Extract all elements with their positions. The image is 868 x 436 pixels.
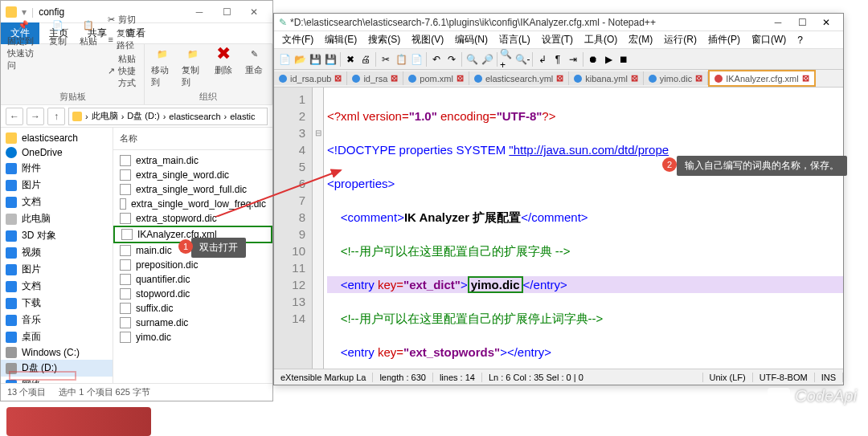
menu-item[interactable]: 编码(N) xyxy=(450,31,493,48)
indent-icon[interactable]: ⇥ xyxy=(566,52,580,67)
pasteshortcut-button[interactable]: ↗ 粘贴快捷方式 xyxy=(104,52,141,90)
tab-close-icon[interactable]: ⊠ xyxy=(695,73,702,84)
npp-close-button[interactable]: ✕ xyxy=(814,17,838,28)
status-lang: eXtensible Markup La xyxy=(274,373,373,382)
menu-item[interactable]: 编辑(E) xyxy=(320,31,362,48)
tab-close-icon[interactable]: ⊠ xyxy=(631,73,638,84)
file-icon xyxy=(121,229,133,240)
menu-item[interactable]: ? xyxy=(792,33,808,47)
tab-status-icon xyxy=(279,75,287,83)
file-item[interactable]: surname.dic xyxy=(113,316,272,330)
close-button[interactable]: ✕ xyxy=(240,2,268,22)
nav-back-button[interactable]: ← xyxy=(6,108,23,125)
stop-icon[interactable]: ⏹ xyxy=(616,52,631,67)
file-item[interactable]: stopword.dic xyxy=(113,287,272,301)
wrap-icon[interactable]: ↲ xyxy=(535,52,550,67)
menu-item[interactable]: 搜索(S) xyxy=(363,31,405,48)
annotation-circle-1: 1 xyxy=(178,239,193,254)
file-icon xyxy=(120,317,131,328)
tree-item[interactable]: 文档 xyxy=(1,194,113,210)
tab-close-icon[interactable]: ⊠ xyxy=(391,73,398,84)
tab-close-icon[interactable]: ⊠ xyxy=(556,73,563,84)
file-item[interactable]: yimo.dic xyxy=(113,330,272,344)
play-icon[interactable]: ▶ xyxy=(601,52,616,67)
paste-icon[interactable]: 📄 xyxy=(409,52,424,67)
editor-tab[interactable]: IKAnalyzer.cfg.xml⊠ xyxy=(708,70,815,87)
copy-icon[interactable]: 📋 xyxy=(394,52,408,67)
tab-status-icon xyxy=(574,75,582,83)
npp-maximize-button[interactable]: ☐ xyxy=(790,17,814,28)
tree-item[interactable]: 图片 xyxy=(1,177,113,194)
menu-item[interactable]: 语言(L) xyxy=(494,31,535,48)
delete-button[interactable]: ✖删除 xyxy=(209,42,238,90)
menu-item[interactable]: 窗口(W) xyxy=(747,31,791,48)
record-icon[interactable]: ⏺ xyxy=(586,52,600,67)
tree-item[interactable]: 附件 xyxy=(1,160,113,177)
nav-forward-button[interactable]: → xyxy=(27,108,44,125)
tree-item[interactable]: 下载 xyxy=(1,295,113,312)
cut-icon[interactable]: ✂ xyxy=(379,52,393,67)
file-item[interactable]: preposition.dic xyxy=(113,258,272,272)
file-item[interactable]: quantifier.dic xyxy=(113,272,272,287)
menu-item[interactable]: 运行(R) xyxy=(659,31,702,48)
maximize-button[interactable]: ☐ xyxy=(213,2,240,22)
tree-item[interactable]: 图片 xyxy=(1,261,113,278)
print-icon[interactable]: 🖨 xyxy=(358,52,373,67)
annotation-tooltip-1: 双击打开 xyxy=(191,238,246,258)
editor-tab[interactable]: kibana.yml⊠ xyxy=(569,71,644,85)
npp-titlebar[interactable]: ✎ *D:\elasticsearch\elasticsearch-7.6.1\… xyxy=(274,14,843,31)
pin-button[interactable]: 📌固定到快速访问 xyxy=(4,13,42,90)
nav-up-button[interactable]: ↑ xyxy=(47,108,65,125)
tree-item[interactable]: 视频 xyxy=(1,244,113,261)
undo-icon[interactable]: ↶ xyxy=(429,52,444,67)
menu-item[interactable]: 设置(T) xyxy=(537,31,578,48)
editor-tab[interactable]: pom.xml⊠ xyxy=(403,71,469,85)
paste-button[interactable]: 📋粘贴 xyxy=(74,13,103,90)
tab-close-icon[interactable]: ⊠ xyxy=(802,73,809,84)
save-icon[interactable]: 💾 xyxy=(308,52,322,67)
tree-item[interactable]: OneDrive xyxy=(1,145,113,160)
save-all-icon[interactable]: 💾 xyxy=(323,52,338,67)
find-icon[interactable]: 🔍 xyxy=(465,52,479,67)
tree-item[interactable]: 此电脑 xyxy=(1,210,113,227)
zoom-out-icon[interactable]: 🔍- xyxy=(515,52,530,67)
menu-item[interactable]: 宏(M) xyxy=(624,31,657,48)
code-area[interactable]: <?xml version="1.0" encoding="UTF-8"?> <… xyxy=(324,88,843,369)
cut-button[interactable]: ✂ 剪切 xyxy=(104,13,141,26)
tree-item[interactable]: 文档 xyxy=(1,278,113,295)
show-all-icon[interactable]: ¶ xyxy=(551,52,565,67)
tree-item[interactable]: 音乐 xyxy=(1,312,113,328)
copyto-button[interactable]: 📁复制到 xyxy=(178,42,207,90)
copy-button[interactable]: 📄复制 xyxy=(43,13,72,90)
close-tab-icon[interactable]: ✖ xyxy=(343,52,358,67)
tree-item[interactable]: 3D 对象 xyxy=(1,227,113,244)
moveto-button[interactable]: 📁移动到 xyxy=(148,42,177,90)
tab-close-icon[interactable]: ⊠ xyxy=(457,73,464,84)
tree-item[interactable]: elasticsearch xyxy=(1,131,113,145)
open-file-icon[interactable]: 📂 xyxy=(293,52,307,67)
new-file-icon[interactable]: 📄 xyxy=(277,52,292,67)
editor-tab[interactable]: elasticsearch.yml⊠ xyxy=(469,71,569,85)
tab-close-icon[interactable]: ⊠ xyxy=(334,73,342,84)
editor-tab[interactable]: id_rsa.pub⊠ xyxy=(274,71,347,85)
editor-tab[interactable]: yimo.dic⊠ xyxy=(644,71,708,85)
menu-item[interactable]: 插件(P) xyxy=(703,31,745,48)
menu-item[interactable]: 工具(O) xyxy=(579,31,622,48)
redo-icon[interactable]: ↷ xyxy=(444,52,459,67)
editor-tab[interactable]: id_rsa⊠ xyxy=(347,71,403,85)
explorer-tree[interactable]: elasticsearchOneDrive附件图片文档此电脑3D 对象视频图片文… xyxy=(1,128,113,383)
rename-button[interactable]: ✎重命 xyxy=(240,42,268,90)
copypath-button[interactable]: ≡ 复制路径 xyxy=(104,26,141,52)
npp-title: *D:\elasticsearch\elasticsearch-7.6.1\pl… xyxy=(290,17,656,28)
menu-item[interactable]: 文件(F) xyxy=(277,31,318,48)
tree-item[interactable]: 桌面 xyxy=(1,328,113,345)
file-item[interactable]: suffix.dic xyxy=(113,301,272,316)
tree-item[interactable]: Windows (C:) xyxy=(1,345,113,360)
menu-item[interactable]: 视图(V) xyxy=(407,31,448,48)
file-icon xyxy=(120,245,131,256)
zoom-in-icon[interactable]: 🔍+ xyxy=(500,52,514,67)
ext-dict-value[interactable]: yimo.dic xyxy=(468,276,523,293)
npp-minimize-button[interactable]: ─ xyxy=(766,17,790,28)
minimize-button[interactable]: ─ xyxy=(186,2,213,22)
replace-icon[interactable]: 🔎 xyxy=(480,52,494,67)
